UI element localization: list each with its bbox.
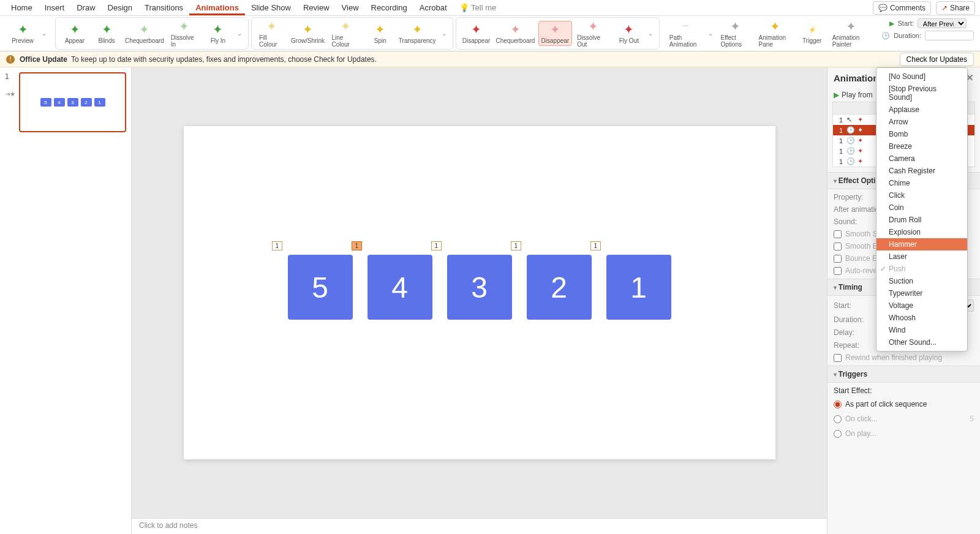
sound-menu-item[interactable]: Camera [876,152,967,165]
tab-insert[interactable]: Insert [39,1,71,15]
animation-painter-button[interactable]: ✦Animation Painter [829,18,873,49]
tab-home[interactable]: Home [5,1,39,15]
start-effect-label: Start Effect: [834,386,974,395]
entrance-gallery: ✦Appear ✦Blinds ✦Chequerboard ✦Dissolve … [55,17,249,50]
sound-menu-item[interactable]: Wind [876,324,967,336]
tab-animations[interactable]: Animations [189,1,245,15]
anim-dissolve-out[interactable]: ✦Dissolve Out [573,18,612,49]
anim-tag[interactable]: 1 [352,241,363,250]
trigger-icon: ⚡ [805,23,819,36]
anim-grow-shrink[interactable]: ✦Grow/Shrink [289,21,327,45]
sound-menu-item[interactable]: Suction [876,275,967,287]
sound-menu-item[interactable]: Whoosh [876,312,967,324]
notif-title: Office Update [20,55,67,64]
sound-dropdown[interactable]: [No Sound][Stop Previous Sound]ApplauseA… [876,67,968,352]
tab-slideshow[interactable]: Slide Show [245,1,297,15]
sound-menu-item[interactable]: Hammer [876,238,967,250]
anim-transparency[interactable]: ✦Transparency [397,21,438,45]
sound-menu-item[interactable]: Bomb [876,128,967,140]
sound-menu-item[interactable]: Arrow [876,116,967,128]
tell-me[interactable]: 💡 Tell me [453,1,503,15]
slide-shape[interactable]: 3 [447,255,512,320]
slide-shape[interactable]: 5 [288,255,353,320]
star-icon: ✦ [410,23,424,36]
sound-menu-item[interactable]: [No Sound] [876,70,967,83]
sound-menu-item[interactable]: Click [876,189,967,201]
anim-tag[interactable]: 1 [590,241,601,250]
star-icon: ✦ [470,23,483,36]
anim-fill-colour[interactable]: ✦Fill Colour [255,18,288,49]
chevron-down-icon[interactable]: ⌄ [706,30,715,37]
trigger-onplay-radio[interactable] [834,430,842,438]
comments-button[interactable]: 💬Comments [873,1,931,15]
slide[interactable]: 1514131211 [184,126,775,459]
trigger-button[interactable]: ⚡Trigger [797,21,827,45]
sound-menu-item[interactable]: Push [876,263,967,275]
bounce-end-check[interactable] [834,255,842,263]
anim-disappear-a[interactable]: ✦Disappear [460,21,493,45]
anim-line-colour[interactable]: ✦Line Colour [328,18,363,49]
share-button[interactable]: ↗Share [936,1,975,15]
star-icon: ✦ [508,23,522,36]
effect-options-button[interactable]: ✦Effect Options [717,18,753,49]
anim-tag[interactable]: 1 [431,241,442,250]
anim-chequerboard[interactable]: ✦Chequerboard [123,21,166,45]
anim-appear[interactable]: ✦Appear [59,21,90,45]
anim-fly-in[interactable]: ✦Fly In [203,21,233,45]
sound-menu-item[interactable]: Explosion [876,226,967,238]
triggers-header[interactable]: Triggers [827,366,980,383]
tab-acrobat[interactable]: Acrobat [413,1,453,15]
sound-menu-item[interactable]: [Stop Previous Sound] [876,83,967,103]
slide-shape[interactable]: 1 [606,255,671,320]
trigger-sequence-radio[interactable] [834,401,842,408]
anim-disappear[interactable]: ✦Disappear [538,21,573,46]
star-icon: ✦ [100,23,113,36]
anim-blinds[interactable]: ✦Blinds [91,21,122,45]
sound-menu-item[interactable]: Cash Register [876,165,967,177]
sound-menu-item[interactable]: Voltage [876,299,967,312]
anim-tag[interactable]: 1 [511,241,522,250]
path-animation-button[interactable]: 〰Path Animation [666,18,705,49]
anim-dissolve-in[interactable]: ✦Dissolve In [167,18,202,49]
chevron-down-icon[interactable]: ⌄ [646,30,655,37]
tab-transitions[interactable]: Transitions [138,1,189,15]
anim-spin[interactable]: ✦Spin [365,21,396,45]
tab-review[interactable]: Review [297,1,336,15]
sound-menu-item[interactable]: Other Sound... [876,336,967,348]
tab-recording[interactable]: Recording [365,1,413,15]
notes-field[interactable]: Click to add notes [132,518,827,534]
anim-tag[interactable]: 1 [272,241,283,250]
preview-button[interactable]: ✦Preview [7,21,38,45]
slide-thumbnail[interactable]: 5 4 3 2 1 [19,72,126,132]
duration-input[interactable] [925,31,974,40]
star-icon: ✦ [211,23,225,36]
auto-reverse-check[interactable] [834,267,842,275]
smooth-end-check[interactable] [834,243,842,250]
sound-menu-item[interactable]: Applause [876,103,967,116]
trigger-onclick-radio[interactable] [834,415,842,423]
chevron-down-icon[interactable]: ⌄ [39,30,49,37]
animation-pane-button[interactable]: ✦Animation Pane [755,18,796,49]
sound-menu-item[interactable]: Breeze [876,140,967,152]
sound-menu-item[interactable]: Chime [876,177,967,189]
tab-design[interactable]: Design [102,1,138,15]
start-select[interactable]: After Previous [918,18,967,28]
sound-menu-item[interactable]: Laser [876,250,967,263]
chevron-down-icon[interactable]: ⌄ [439,30,449,37]
preview-label: Preview [12,37,34,44]
slide-shape[interactable]: 4 [368,255,432,320]
sound-menu-item[interactable]: Drum Roll [876,214,967,226]
anim-chequerboard-exit[interactable]: ✦Chequerboard [494,21,537,45]
smooth-start-check[interactable] [834,230,842,238]
anim-fly-out[interactable]: ✦Fly Out [614,21,644,45]
slide-shape[interactable]: 2 [527,255,592,320]
rewind-check[interactable] [834,354,842,362]
notif-message: To keep up to date with security updates… [71,55,377,64]
mini-shape: 1 [94,98,105,107]
sound-menu-item[interactable]: Coin [876,201,967,214]
tab-view[interactable]: View [336,1,365,15]
chevron-down-icon[interactable]: ⌄ [235,30,244,37]
tab-draw[interactable]: Draw [70,1,101,15]
sound-menu-item[interactable]: Typewriter [876,287,967,299]
check-updates-button[interactable]: Check for Updates [900,53,974,66]
